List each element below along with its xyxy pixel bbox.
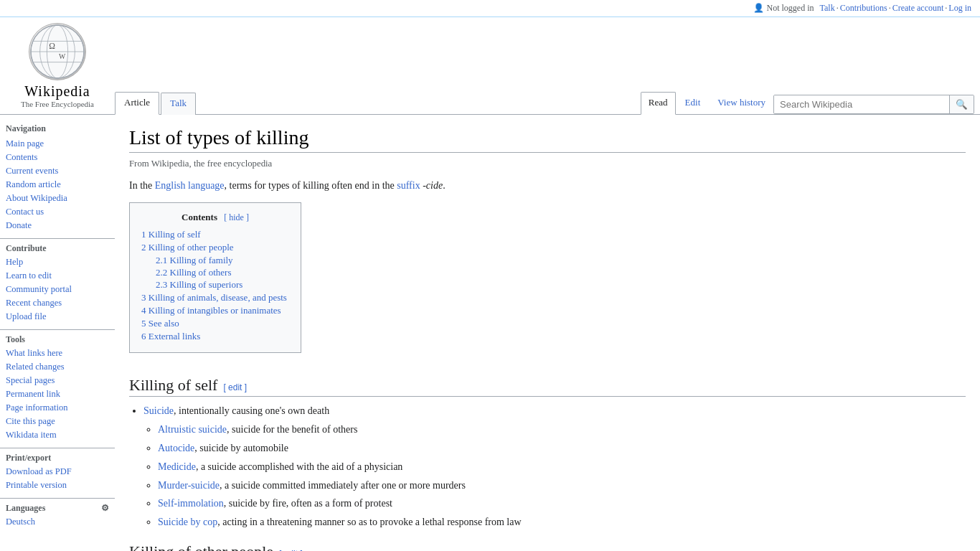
toc-hide-link[interactable]: [ hide ] xyxy=(224,212,249,222)
sidebar-item-main-page[interactable]: Main page xyxy=(0,137,115,151)
from-wiki-text: From Wikipedia, the free encyclopedia xyxy=(129,159,966,169)
sidebar-item-printable-version[interactable]: Printable version xyxy=(0,479,115,492)
toc-item-6: 6 External links xyxy=(141,331,289,342)
contributions-link[interactable]: Contributions xyxy=(840,3,887,14)
sidebar-item-special-pages[interactable]: Special pages xyxy=(0,374,115,387)
toc-item-4: 4 Killing of intangibles or inanimates xyxy=(141,305,289,316)
sidebar-item-random-article[interactable]: Random article xyxy=(0,178,115,192)
tab-talk[interactable]: Talk xyxy=(161,93,196,115)
section-heading-text-2: Killing of other people xyxy=(129,542,273,551)
sidebar-item-contents[interactable]: Contents xyxy=(0,151,115,164)
toc-item-5: 5 See also xyxy=(141,318,289,329)
self-immolation-link[interactable]: Self-immolation xyxy=(158,498,224,509)
content: List of types of killing From Wikipedia,… xyxy=(115,115,980,551)
tab-article[interactable]: Article xyxy=(115,92,159,115)
site-tagline: The Free Encyclopedia xyxy=(21,100,94,108)
sidebar-languages-heading: Languages ⚙ xyxy=(0,498,115,515)
sidebar-languages: Languages ⚙ Deutsch xyxy=(0,498,115,529)
toc-link-4[interactable]: 4 Killing of intangibles or inanimates xyxy=(141,305,281,316)
sidebar-item-recent-changes[interactable]: Recent changes xyxy=(0,296,115,310)
table-of-contents: Contents [ hide ] 1 Killing of self 2 Ki… xyxy=(129,202,301,353)
sidebar-item-download-pdf[interactable]: Download as PDF xyxy=(0,465,115,479)
list-item-suicide-by-cop: Suicide by cop, acting in a threatening … xyxy=(158,514,966,531)
section-killing-of-self: Killing of self [ edit ] Suicide, intent… xyxy=(129,376,966,531)
sidebar-print-heading: Print/export xyxy=(0,448,115,465)
search-button[interactable]: 🔍 xyxy=(949,95,974,113)
logo-area: Ω W Wikipedia The Free Encyclopedia xyxy=(0,17,115,114)
sidebar-item-community-portal[interactable]: Community portal xyxy=(0,283,115,296)
site-name: Wikipedia xyxy=(24,83,90,100)
main-layout: Navigation Main page Contents Current ev… xyxy=(0,115,980,551)
sidebar-item-upload-file[interactable]: Upload file xyxy=(0,310,115,324)
suicide-link[interactable]: Suicide xyxy=(143,405,174,416)
search-icon: 🔍 xyxy=(956,99,968,110)
list-item-autocide: Autocide, suicide by automobile xyxy=(158,440,966,457)
suffix-link[interactable]: suffix xyxy=(397,180,420,191)
talk-link[interactable]: Talk xyxy=(820,3,835,14)
toc-link-2-3[interactable]: 2.3 Killing of superiors xyxy=(156,279,242,290)
languages-settings-icon[interactable]: ⚙ xyxy=(101,503,109,514)
english-language-link[interactable]: English language xyxy=(155,180,225,191)
section-killing-of-other-people: Killing of other people [ edit ] All of … xyxy=(129,542,966,551)
sidebar: Navigation Main page Contents Current ev… xyxy=(0,115,115,551)
sidebar-item-deutsch[interactable]: Deutsch xyxy=(0,515,115,529)
section-heading-1: Killing of self [ edit ] xyxy=(129,376,966,397)
section-heading-text-1: Killing of self xyxy=(129,376,217,395)
toc-link-5[interactable]: 5 See also xyxy=(141,318,179,329)
toc-item-2-3: 2.3 Killing of superiors xyxy=(156,279,289,291)
tabs-row: Article Talk Read Edit View history 🔍 xyxy=(115,17,980,114)
sidebar-item-learn-to-edit[interactable]: Learn to edit xyxy=(0,269,115,283)
page-title: List of types of killing xyxy=(129,126,966,153)
sidebar-item-what-links-here[interactable]: What links here xyxy=(0,347,115,360)
list-item-altruistic-suicide: Altruistic suicide, suicide for the bene… xyxy=(158,421,966,438)
altruistic-suicide-link[interactable]: Altruistic suicide xyxy=(158,424,227,435)
right-tabs: Read Edit View history 🔍 xyxy=(639,91,974,114)
medicide-link[interactable]: Medicide xyxy=(158,461,196,472)
murder-suicide-link[interactable]: Murder-suicide xyxy=(158,480,220,491)
autocide-link[interactable]: Autocide xyxy=(158,443,194,453)
section-edit-link-1[interactable]: [ edit ] xyxy=(223,382,247,392)
sidebar-item-contact-us[interactable]: Contact us xyxy=(0,205,115,219)
toc-link-1[interactable]: 1 Killing of self xyxy=(141,229,201,240)
sidebar-item-wikidata-item[interactable]: Wikidata item xyxy=(0,428,115,442)
toc-link-3[interactable]: 3 Killing of animals, disease, and pests xyxy=(141,292,287,303)
sidebar-item-page-information[interactable]: Page information xyxy=(0,401,115,415)
header: Ω W Wikipedia The Free Encyclopedia Arti… xyxy=(0,17,980,115)
top-bar: 👤 Not logged in Talk · Contributions · C… xyxy=(0,0,980,17)
toc-link-6[interactable]: 6 External links xyxy=(141,331,200,342)
left-tabs: Article Talk xyxy=(115,91,197,114)
tab-read[interactable]: Read xyxy=(641,92,676,115)
sidebar-item-about-wikipedia[interactable]: About Wikipedia xyxy=(0,192,115,205)
toc-title: Contents [ hide ] xyxy=(141,212,289,223)
tab-view-history[interactable]: View history xyxy=(710,92,773,115)
sidebar-item-cite-this-page[interactable]: Cite this page xyxy=(0,415,115,428)
list-item-suicide: Suicide, intentionally causing one's own… xyxy=(143,402,966,531)
toc-link-2-1[interactable]: 2.1 Killing of family xyxy=(156,255,233,265)
create-account-link[interactable]: Create account xyxy=(892,3,944,14)
svg-text:Ω: Ω xyxy=(49,42,55,51)
sidebar-item-related-changes[interactable]: Related changes xyxy=(0,360,115,374)
sidebar-item-help[interactable]: Help xyxy=(0,255,115,269)
log-in-link[interactable]: Log in xyxy=(948,3,971,14)
toc-sublist-2: 2.1 Killing of family 2.2 Killing of oth… xyxy=(141,255,289,291)
search-input[interactable] xyxy=(774,95,949,113)
search-box: 🔍 xyxy=(773,95,974,114)
toc-list: 1 Killing of self 2 Killing of other peo… xyxy=(141,229,289,342)
toc-link-2[interactable]: 2 Killing of other people xyxy=(141,242,234,253)
wikipedia-logo: Ω W xyxy=(29,23,86,80)
sidebar-item-permanent-link[interactable]: Permanent link xyxy=(0,387,115,401)
sidebar-navigation: Navigation Main page Contents Current ev… xyxy=(0,121,115,232)
sidebar-item-current-events[interactable]: Current events xyxy=(0,164,115,178)
sidebar-tools-heading: Tools xyxy=(0,329,115,347)
section1-list: Suicide, intentionally causing one's own… xyxy=(143,402,966,531)
svg-text:W: W xyxy=(59,52,66,60)
sidebar-tools: Tools What links here Related changes Sp… xyxy=(0,329,115,442)
tab-edit[interactable]: Edit xyxy=(677,92,709,115)
suicide-by-cop-link[interactable]: Suicide by cop xyxy=(158,517,217,527)
toc-link-2-2[interactable]: 2.2 Killing of others xyxy=(156,267,231,278)
sidebar-nav-heading: Navigation xyxy=(0,121,115,137)
not-logged-in-text: Not logged in xyxy=(767,3,814,14)
sidebar-item-donate[interactable]: Donate xyxy=(0,219,115,232)
toc-item-2-2: 2.2 Killing of others xyxy=(156,267,289,278)
toc-item-1: 1 Killing of self xyxy=(141,229,289,240)
